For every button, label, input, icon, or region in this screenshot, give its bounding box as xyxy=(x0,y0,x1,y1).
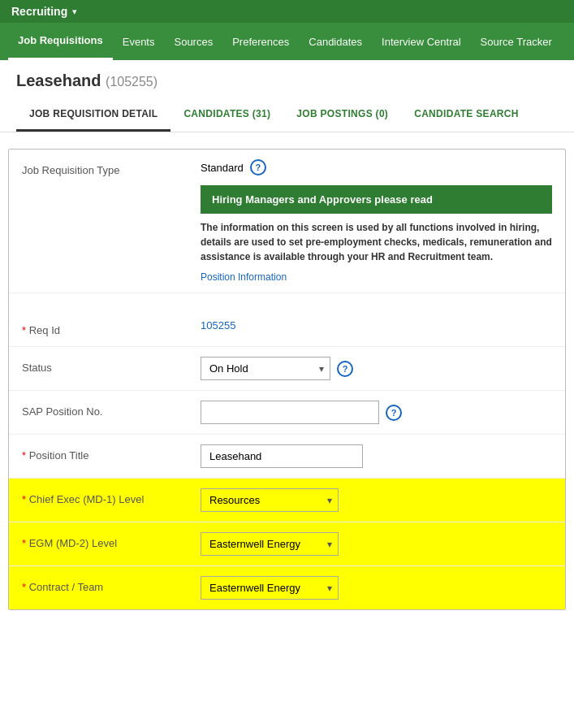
info-text: The information on this screen is used b… xyxy=(201,220,552,264)
app-title: Recruiting xyxy=(11,5,67,18)
page-title-bar: Leasehand (105255) xyxy=(0,60,574,90)
nav-item-preferences[interactable]: Preferences xyxy=(222,24,299,59)
req-id-label: * Req Id xyxy=(22,319,201,336)
standard-row: Standard ? xyxy=(201,159,552,176)
help-icon-sap[interactable]: ? xyxy=(386,405,402,421)
contract-required: * xyxy=(22,581,29,593)
tab-candidates[interactable]: CANDIDATES (31) xyxy=(170,98,283,132)
chief-exec-required: * xyxy=(22,493,29,505)
info-banner: Hiring Managers and Approvers please rea… xyxy=(201,185,552,214)
contract-row: * Contract / Team Easternwell Energy Opt… xyxy=(9,566,565,609)
status-value: On Hold Open Closed Cancelled ▾ ? xyxy=(201,357,552,380)
nav-item-interview-central[interactable]: Interview Central xyxy=(372,24,471,59)
chief-exec-label: * Chief Exec (MD-1) Level xyxy=(22,488,201,505)
position-title-value xyxy=(201,444,552,468)
banner-text: Hiring Managers and Approvers please rea… xyxy=(212,193,433,206)
position-title-row: * Position Title xyxy=(9,435,565,479)
sap-input[interactable] xyxy=(201,401,379,424)
egm-select-container[interactable]: Easternwell Energy Option B Option C ▾ xyxy=(201,532,339,556)
sap-value: ? xyxy=(201,401,552,424)
chief-exec-select[interactable]: Resources Corporate Operations xyxy=(201,488,339,512)
nav-bar: Job Requisitions Events Sources Preferen… xyxy=(0,23,574,60)
req-id-number: 105255 xyxy=(201,319,235,332)
contract-value: Easternwell Energy Option B Option C ▾ xyxy=(201,576,552,600)
help-icon-req-type[interactable]: ? xyxy=(250,159,266,176)
tabs-bar: JOB REQUISITION DETAIL CANDIDATES (31) J… xyxy=(0,98,574,132)
spacer xyxy=(9,293,565,310)
req-type-row: Job Requisition Type Standard ? Hiring M… xyxy=(9,150,565,293)
nav-item-candidates[interactable]: Candidates xyxy=(299,24,372,59)
nav-item-source-tracker[interactable]: Source Tracker xyxy=(471,24,562,59)
chief-exec-row: * Chief Exec (MD-1) Level Resources Corp… xyxy=(9,479,565,522)
tab-job-requisition-detail[interactable]: JOB REQUISITION DETAIL xyxy=(16,98,170,132)
contract-select-container[interactable]: Easternwell Energy Option B Option C ▾ xyxy=(201,576,339,600)
sap-label: SAP Position No. xyxy=(22,401,201,418)
req-id-row: * Req Id 105255 xyxy=(9,310,565,347)
egm-select[interactable]: Easternwell Energy Option B Option C xyxy=(201,532,339,556)
sap-input-wrapper: ? xyxy=(201,401,402,424)
page-title: Leasehand (105255) xyxy=(16,72,158,89)
top-bar: Recruiting ▾ xyxy=(0,0,574,23)
info-text-content: The information on this screen is used b… xyxy=(201,222,552,262)
contract-select[interactable]: Easternwell Energy Option B Option C xyxy=(201,576,339,600)
nav-item-job-requisitions[interactable]: Job Requisitions xyxy=(8,23,113,60)
position-title-label: * Position Title xyxy=(22,444,201,462)
status-select-container[interactable]: On Hold Open Closed Cancelled ▾ xyxy=(201,357,330,380)
chief-exec-value: Resources Corporate Operations ▾ xyxy=(201,488,552,512)
main-content: Job Requisition Type Standard ? Hiring M… xyxy=(0,149,574,610)
egm-label: * EGM (MD-2) Level xyxy=(22,532,201,549)
form-section: Job Requisition Type Standard ? Hiring M… xyxy=(8,149,566,610)
nav-item-events[interactable]: Events xyxy=(113,24,165,59)
nav-item-sources[interactable]: Sources xyxy=(164,24,222,59)
page-title-text: Leasehand xyxy=(16,72,101,89)
egm-required: * xyxy=(22,537,29,549)
req-id-required: * xyxy=(22,324,29,336)
sap-row: SAP Position No. ? xyxy=(9,391,565,435)
tab-job-postings[interactable]: JOB POSTINGS (0) xyxy=(283,98,401,132)
page-title-id: (105255) xyxy=(106,75,158,89)
chief-exec-select-container[interactable]: Resources Corporate Operations ▾ xyxy=(201,488,339,512)
position-info-link[interactable]: Position Information xyxy=(201,271,287,283)
status-label: Status xyxy=(22,357,201,374)
chevron-down-icon[interactable]: ▾ xyxy=(72,6,77,17)
status-select-wrapper: On Hold Open Closed Cancelled ▾ ? xyxy=(201,357,353,380)
contract-label: * Contract / Team xyxy=(22,576,201,593)
req-id-value: 105255 xyxy=(201,319,552,332)
position-title-required: * xyxy=(22,449,29,462)
tab-candidate-search[interactable]: CANDIDATE SEARCH xyxy=(401,98,532,132)
help-icon-status[interactable]: ? xyxy=(337,361,353,377)
status-select[interactable]: On Hold Open Closed Cancelled xyxy=(201,357,330,380)
req-type-label: Job Requisition Type xyxy=(22,159,201,176)
req-type-value: Standard ? Hiring Managers and Approvers… xyxy=(201,159,552,283)
standard-text: Standard xyxy=(201,162,244,174)
position-title-input[interactable] xyxy=(201,444,363,468)
egm-row: * EGM (MD-2) Level Easternwell Energy Op… xyxy=(9,522,565,566)
egm-value: Easternwell Energy Option B Option C ▾ xyxy=(201,532,552,556)
status-row: Status On Hold Open Closed Cancelled ▾ ? xyxy=(9,347,565,391)
